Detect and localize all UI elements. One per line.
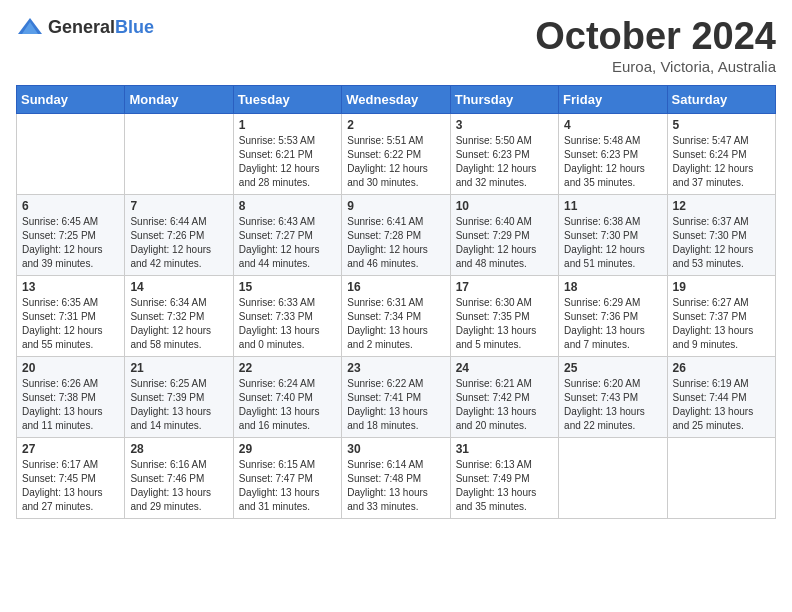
calendar-cell: 23Sunrise: 6:22 AMSunset: 7:41 PMDayligh… [342,356,450,437]
cell-info: Sunrise: 6:26 AMSunset: 7:38 PMDaylight:… [22,377,119,433]
calendar-cell: 3Sunrise: 5:50 AMSunset: 6:23 PMDaylight… [450,113,558,194]
calendar-cell: 30Sunrise: 6:14 AMSunset: 7:48 PMDayligh… [342,437,450,518]
column-header-sunday: Sunday [17,85,125,113]
calendar-cell: 4Sunrise: 5:48 AMSunset: 6:23 PMDaylight… [559,113,667,194]
day-number: 7 [130,199,227,213]
cell-info: Sunrise: 6:24 AMSunset: 7:40 PMDaylight:… [239,377,336,433]
location: Euroa, Victoria, Australia [535,58,776,75]
calendar-cell: 8Sunrise: 6:43 AMSunset: 7:27 PMDaylight… [233,194,341,275]
day-number: 4 [564,118,661,132]
column-header-thursday: Thursday [450,85,558,113]
day-number: 14 [130,280,227,294]
cell-info: Sunrise: 6:43 AMSunset: 7:27 PMDaylight:… [239,215,336,271]
logo: GeneralBlue [16,16,154,38]
calendar-cell [667,437,775,518]
calendar-cell: 18Sunrise: 6:29 AMSunset: 7:36 PMDayligh… [559,275,667,356]
calendar-cell: 22Sunrise: 6:24 AMSunset: 7:40 PMDayligh… [233,356,341,437]
day-number: 19 [673,280,770,294]
cell-info: Sunrise: 6:15 AMSunset: 7:47 PMDaylight:… [239,458,336,514]
day-number: 11 [564,199,661,213]
day-number: 31 [456,442,553,456]
calendar-cell: 19Sunrise: 6:27 AMSunset: 7:37 PMDayligh… [667,275,775,356]
logo-wordmark: GeneralBlue [48,17,154,38]
day-number: 10 [456,199,553,213]
cell-info: Sunrise: 5:47 AMSunset: 6:24 PMDaylight:… [673,134,770,190]
calendar-cell: 26Sunrise: 6:19 AMSunset: 7:44 PMDayligh… [667,356,775,437]
calendar-header: SundayMondayTuesdayWednesdayThursdayFrid… [17,85,776,113]
cell-info: Sunrise: 6:45 AMSunset: 7:25 PMDaylight:… [22,215,119,271]
cell-info: Sunrise: 6:27 AMSunset: 7:37 PMDaylight:… [673,296,770,352]
cell-info: Sunrise: 6:13 AMSunset: 7:49 PMDaylight:… [456,458,553,514]
day-number: 24 [456,361,553,375]
cell-info: Sunrise: 6:16 AMSunset: 7:46 PMDaylight:… [130,458,227,514]
day-number: 17 [456,280,553,294]
day-number: 15 [239,280,336,294]
column-header-saturday: Saturday [667,85,775,113]
calendar-cell: 7Sunrise: 6:44 AMSunset: 7:26 PMDaylight… [125,194,233,275]
day-number: 27 [22,442,119,456]
cell-info: Sunrise: 6:30 AMSunset: 7:35 PMDaylight:… [456,296,553,352]
cell-info: Sunrise: 6:20 AMSunset: 7:43 PMDaylight:… [564,377,661,433]
calendar-cell: 10Sunrise: 6:40 AMSunset: 7:29 PMDayligh… [450,194,558,275]
calendar-week-1: 1Sunrise: 5:53 AMSunset: 6:21 PMDaylight… [17,113,776,194]
calendar-cell: 6Sunrise: 6:45 AMSunset: 7:25 PMDaylight… [17,194,125,275]
cell-info: Sunrise: 6:14 AMSunset: 7:48 PMDaylight:… [347,458,444,514]
header-row: SundayMondayTuesdayWednesdayThursdayFrid… [17,85,776,113]
calendar-cell: 11Sunrise: 6:38 AMSunset: 7:30 PMDayligh… [559,194,667,275]
calendar-week-4: 20Sunrise: 6:26 AMSunset: 7:38 PMDayligh… [17,356,776,437]
cell-info: Sunrise: 6:33 AMSunset: 7:33 PMDaylight:… [239,296,336,352]
day-number: 30 [347,442,444,456]
calendar-week-2: 6Sunrise: 6:45 AMSunset: 7:25 PMDaylight… [17,194,776,275]
calendar-cell: 31Sunrise: 6:13 AMSunset: 7:49 PMDayligh… [450,437,558,518]
calendar-cell: 20Sunrise: 6:26 AMSunset: 7:38 PMDayligh… [17,356,125,437]
day-number: 2 [347,118,444,132]
calendar-cell [17,113,125,194]
cell-info: Sunrise: 6:22 AMSunset: 7:41 PMDaylight:… [347,377,444,433]
day-number: 21 [130,361,227,375]
calendar-week-5: 27Sunrise: 6:17 AMSunset: 7:45 PMDayligh… [17,437,776,518]
cell-info: Sunrise: 5:51 AMSunset: 6:22 PMDaylight:… [347,134,444,190]
cell-info: Sunrise: 6:40 AMSunset: 7:29 PMDaylight:… [456,215,553,271]
day-number: 26 [673,361,770,375]
cell-info: Sunrise: 6:35 AMSunset: 7:31 PMDaylight:… [22,296,119,352]
cell-info: Sunrise: 6:21 AMSunset: 7:42 PMDaylight:… [456,377,553,433]
day-number: 3 [456,118,553,132]
cell-info: Sunrise: 5:48 AMSunset: 6:23 PMDaylight:… [564,134,661,190]
calendar-cell: 28Sunrise: 6:16 AMSunset: 7:46 PMDayligh… [125,437,233,518]
calendar-cell: 14Sunrise: 6:34 AMSunset: 7:32 PMDayligh… [125,275,233,356]
cell-info: Sunrise: 6:25 AMSunset: 7:39 PMDaylight:… [130,377,227,433]
cell-info: Sunrise: 6:17 AMSunset: 7:45 PMDaylight:… [22,458,119,514]
cell-info: Sunrise: 5:50 AMSunset: 6:23 PMDaylight:… [456,134,553,190]
column-header-wednesday: Wednesday [342,85,450,113]
month-title: October 2024 [535,16,776,58]
calendar-cell: 2Sunrise: 5:51 AMSunset: 6:22 PMDaylight… [342,113,450,194]
day-number: 9 [347,199,444,213]
day-number: 13 [22,280,119,294]
calendar-cell: 27Sunrise: 6:17 AMSunset: 7:45 PMDayligh… [17,437,125,518]
logo-general: General [48,17,115,37]
calendar-cell: 13Sunrise: 6:35 AMSunset: 7:31 PMDayligh… [17,275,125,356]
calendar-cell [125,113,233,194]
cell-info: Sunrise: 6:29 AMSunset: 7:36 PMDaylight:… [564,296,661,352]
column-header-friday: Friday [559,85,667,113]
day-number: 5 [673,118,770,132]
day-number: 25 [564,361,661,375]
day-number: 6 [22,199,119,213]
calendar-cell [559,437,667,518]
calendar-cell: 5Sunrise: 5:47 AMSunset: 6:24 PMDaylight… [667,113,775,194]
page-header: GeneralBlue October 2024 Euroa, Victoria… [16,16,776,75]
day-number: 1 [239,118,336,132]
calendar-cell: 1Sunrise: 5:53 AMSunset: 6:21 PMDaylight… [233,113,341,194]
calendar-cell: 24Sunrise: 6:21 AMSunset: 7:42 PMDayligh… [450,356,558,437]
day-number: 12 [673,199,770,213]
title-area: October 2024 Euroa, Victoria, Australia [535,16,776,75]
day-number: 29 [239,442,336,456]
calendar-cell: 25Sunrise: 6:20 AMSunset: 7:43 PMDayligh… [559,356,667,437]
day-number: 16 [347,280,444,294]
cell-info: Sunrise: 5:53 AMSunset: 6:21 PMDaylight:… [239,134,336,190]
day-number: 20 [22,361,119,375]
calendar-cell: 29Sunrise: 6:15 AMSunset: 7:47 PMDayligh… [233,437,341,518]
day-number: 8 [239,199,336,213]
calendar-cell: 12Sunrise: 6:37 AMSunset: 7:30 PMDayligh… [667,194,775,275]
cell-info: Sunrise: 6:31 AMSunset: 7:34 PMDaylight:… [347,296,444,352]
